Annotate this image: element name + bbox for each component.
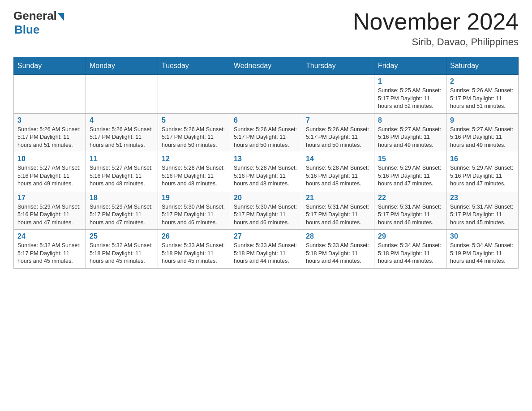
- day-number: 6: [234, 116, 298, 124]
- calendar-cell: 4Sunrise: 5:26 AM Sunset: 5:17 PM Daylig…: [86, 113, 158, 152]
- day-number: 14: [306, 155, 370, 163]
- day-number: 2: [450, 77, 515, 86]
- calendar-day-header: Thursday: [302, 57, 374, 75]
- calendar-header-row: SundayMondayTuesdayWednesdayThursdayFrid…: [14, 57, 519, 75]
- day-number: 25: [90, 232, 154, 240]
- calendar-cell: 5Sunrise: 5:26 AM Sunset: 5:17 PM Daylig…: [158, 113, 230, 152]
- calendar-cell: 3Sunrise: 5:26 AM Sunset: 5:17 PM Daylig…: [14, 113, 86, 152]
- day-number: 3: [17, 116, 82, 124]
- day-info: Sunrise: 5:33 AM Sunset: 5:18 PM Dayligh…: [234, 242, 298, 265]
- calendar-day-header: Sunday: [14, 57, 86, 75]
- day-info: Sunrise: 5:26 AM Sunset: 5:17 PM Dayligh…: [450, 87, 515, 111]
- day-info: Sunrise: 5:27 AM Sunset: 5:16 PM Dayligh…: [17, 164, 82, 188]
- calendar-cell: 20Sunrise: 5:30 AM Sunset: 5:17 PM Dayli…: [230, 191, 302, 230]
- day-number: 10: [17, 155, 82, 163]
- calendar-cell: [14, 75, 86, 114]
- day-info: Sunrise: 5:31 AM Sunset: 5:17 PM Dayligh…: [306, 203, 370, 227]
- calendar-week-row: 24Sunrise: 5:32 AM Sunset: 5:17 PM Dayli…: [14, 230, 519, 269]
- day-info: Sunrise: 5:26 AM Sunset: 5:17 PM Dayligh…: [162, 126, 226, 150]
- calendar-cell: 7Sunrise: 5:26 AM Sunset: 5:17 PM Daylig…: [302, 113, 374, 152]
- day-info: Sunrise: 5:26 AM Sunset: 5:17 PM Dayligh…: [90, 126, 154, 150]
- calendar-cell: 17Sunrise: 5:29 AM Sunset: 5:16 PM Dayli…: [14, 191, 86, 230]
- day-number: 1: [378, 77, 442, 86]
- calendar-cell: 23Sunrise: 5:31 AM Sunset: 5:17 PM Dayli…: [446, 191, 519, 230]
- calendar-cell: 12Sunrise: 5:28 AM Sunset: 5:16 PM Dayli…: [158, 152, 230, 191]
- calendar-cell: 21Sunrise: 5:31 AM Sunset: 5:17 PM Dayli…: [302, 191, 374, 230]
- calendar-cell: 28Sunrise: 5:33 AM Sunset: 5:18 PM Dayli…: [302, 230, 374, 269]
- calendar-cell: [158, 75, 230, 114]
- day-info: Sunrise: 5:28 AM Sunset: 5:16 PM Dayligh…: [162, 164, 226, 188]
- day-number: 28: [306, 232, 370, 240]
- calendar-cell: 27Sunrise: 5:33 AM Sunset: 5:18 PM Dayli…: [230, 230, 302, 269]
- day-number: 11: [90, 155, 154, 163]
- day-number: 16: [450, 155, 515, 163]
- calendar-cell: 14Sunrise: 5:28 AM Sunset: 5:16 PM Dayli…: [302, 152, 374, 191]
- day-info: Sunrise: 5:27 AM Sunset: 5:16 PM Dayligh…: [450, 126, 515, 150]
- day-number: 27: [234, 232, 298, 240]
- day-info: Sunrise: 5:29 AM Sunset: 5:17 PM Dayligh…: [90, 203, 154, 227]
- day-info: Sunrise: 5:34 AM Sunset: 5:19 PM Dayligh…: [450, 242, 515, 265]
- calendar-day-header: Saturday: [446, 57, 519, 75]
- calendar-cell: 22Sunrise: 5:31 AM Sunset: 5:17 PM Dayli…: [374, 191, 446, 230]
- calendar-cell: [230, 75, 302, 114]
- calendar-cell: [302, 75, 374, 114]
- day-number: 23: [450, 194, 515, 202]
- location-title: Sirib, Davao, Philippines: [353, 36, 519, 48]
- calendar-cell: 1Sunrise: 5:25 AM Sunset: 5:17 PM Daylig…: [374, 75, 446, 114]
- logo-blue-text: Blue: [14, 23, 39, 37]
- calendar-week-row: 1Sunrise: 5:25 AM Sunset: 5:17 PM Daylig…: [14, 75, 519, 114]
- day-info: Sunrise: 5:27 AM Sunset: 5:16 PM Dayligh…: [378, 126, 442, 150]
- logo-general-text: General: [13, 9, 57, 23]
- day-info: Sunrise: 5:29 AM Sunset: 5:16 PM Dayligh…: [450, 164, 515, 188]
- day-number: 12: [162, 155, 226, 163]
- day-number: 9: [450, 116, 515, 124]
- logo-arrow-icon: [58, 13, 64, 21]
- calendar-cell: 11Sunrise: 5:27 AM Sunset: 5:16 PM Dayli…: [86, 152, 158, 191]
- day-info: Sunrise: 5:30 AM Sunset: 5:17 PM Dayligh…: [234, 203, 298, 227]
- month-title: November 2024: [353, 9, 519, 34]
- day-number: 20: [234, 194, 298, 202]
- day-info: Sunrise: 5:31 AM Sunset: 5:17 PM Dayligh…: [378, 203, 442, 227]
- calendar-cell: 26Sunrise: 5:33 AM Sunset: 5:18 PM Dayli…: [158, 230, 230, 269]
- calendar-day-header: Wednesday: [230, 57, 302, 75]
- calendar-cell: 24Sunrise: 5:32 AM Sunset: 5:17 PM Dayli…: [14, 230, 86, 269]
- day-info: Sunrise: 5:26 AM Sunset: 5:17 PM Dayligh…: [234, 126, 298, 150]
- day-number: 26: [162, 232, 226, 240]
- calendar-day-header: Tuesday: [158, 57, 230, 75]
- day-info: Sunrise: 5:33 AM Sunset: 5:18 PM Dayligh…: [162, 242, 226, 265]
- day-number: 5: [162, 116, 226, 124]
- day-number: 24: [17, 232, 82, 240]
- day-number: 7: [306, 116, 370, 124]
- calendar-week-row: 17Sunrise: 5:29 AM Sunset: 5:16 PM Dayli…: [14, 191, 519, 230]
- day-info: Sunrise: 5:27 AM Sunset: 5:16 PM Dayligh…: [90, 164, 154, 188]
- day-info: Sunrise: 5:28 AM Sunset: 5:16 PM Dayligh…: [306, 164, 370, 188]
- day-number: 17: [17, 194, 82, 202]
- day-info: Sunrise: 5:33 AM Sunset: 5:18 PM Dayligh…: [306, 242, 370, 265]
- day-number: 18: [90, 194, 154, 202]
- calendar-cell: 18Sunrise: 5:29 AM Sunset: 5:17 PM Dayli…: [86, 191, 158, 230]
- calendar-cell: 9Sunrise: 5:27 AM Sunset: 5:16 PM Daylig…: [446, 113, 519, 152]
- logo: General Blue: [13, 9, 64, 37]
- day-info: Sunrise: 5:31 AM Sunset: 5:17 PM Dayligh…: [450, 203, 515, 227]
- day-info: Sunrise: 5:29 AM Sunset: 5:16 PM Dayligh…: [378, 164, 442, 188]
- day-info: Sunrise: 5:34 AM Sunset: 5:18 PM Dayligh…: [378, 242, 442, 265]
- calendar-cell: 30Sunrise: 5:34 AM Sunset: 5:19 PM Dayli…: [446, 230, 519, 269]
- day-number: 13: [234, 155, 298, 163]
- calendar-table: SundayMondayTuesdayWednesdayThursdayFrid…: [13, 57, 519, 269]
- calendar-cell: 6Sunrise: 5:26 AM Sunset: 5:17 PM Daylig…: [230, 113, 302, 152]
- calendar-cell: 19Sunrise: 5:30 AM Sunset: 5:17 PM Dayli…: [158, 191, 230, 230]
- calendar-week-row: 10Sunrise: 5:27 AM Sunset: 5:16 PM Dayli…: [14, 152, 519, 191]
- calendar-cell: 25Sunrise: 5:32 AM Sunset: 5:18 PM Dayli…: [86, 230, 158, 269]
- day-info: Sunrise: 5:26 AM Sunset: 5:17 PM Dayligh…: [306, 126, 370, 150]
- calendar-week-row: 3Sunrise: 5:26 AM Sunset: 5:17 PM Daylig…: [14, 113, 519, 152]
- page-header: General Blue November 2024 Sirib, Davao,…: [13, 9, 519, 48]
- title-section: November 2024 Sirib, Davao, Philippines: [353, 9, 519, 48]
- calendar-cell: 15Sunrise: 5:29 AM Sunset: 5:16 PM Dayli…: [374, 152, 446, 191]
- day-number: 15: [378, 155, 442, 163]
- calendar-cell: 2Sunrise: 5:26 AM Sunset: 5:17 PM Daylig…: [446, 75, 519, 114]
- day-info: Sunrise: 5:32 AM Sunset: 5:18 PM Dayligh…: [90, 242, 154, 265]
- calendar-cell: 13Sunrise: 5:28 AM Sunset: 5:16 PM Dayli…: [230, 152, 302, 191]
- calendar-cell: 29Sunrise: 5:34 AM Sunset: 5:18 PM Dayli…: [374, 230, 446, 269]
- day-info: Sunrise: 5:30 AM Sunset: 5:17 PM Dayligh…: [162, 203, 226, 227]
- day-info: Sunrise: 5:32 AM Sunset: 5:17 PM Dayligh…: [17, 242, 82, 265]
